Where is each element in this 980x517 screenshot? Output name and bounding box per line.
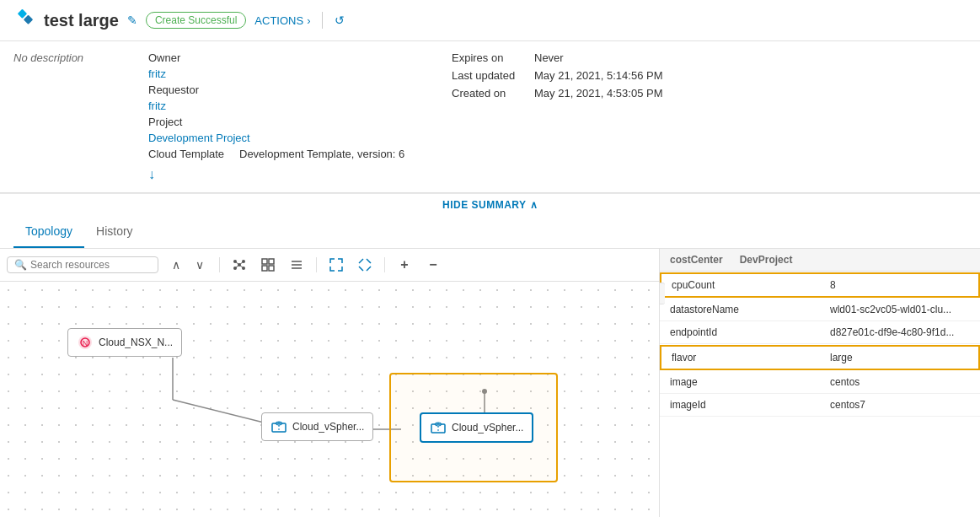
requestor-label: Requestor xyxy=(148,83,233,96)
hide-summary-button[interactable]: HIDE SUMMARY ∧ xyxy=(0,193,980,216)
rp-key: endpointId xyxy=(660,321,820,343)
rp-row: flavorlarge xyxy=(660,345,980,370)
rp-value: wld01-sc2vc05-wld01-clu... xyxy=(820,299,980,320)
rp-key: imageId xyxy=(660,394,820,416)
toolbar-separator-2 xyxy=(316,257,317,272)
nav-up-button[interactable]: ∧ xyxy=(165,254,187,276)
no-description-text: No description xyxy=(13,51,83,64)
owner-label: Owner xyxy=(148,51,233,64)
search-icon: 🔍 xyxy=(14,259,27,271)
download-button[interactable]: ↓ xyxy=(148,167,155,182)
right-panel: » costCenter DevProject cpuCount8datasto… xyxy=(660,249,980,517)
tab-bar: Topology History xyxy=(0,216,980,249)
chevron-down-icon: › xyxy=(307,14,310,27)
chevron-up-icon: ∧ xyxy=(530,199,538,211)
connector-lines xyxy=(0,282,659,514)
cloud-template-value: Development Template, version: 6 xyxy=(239,148,404,160)
owner-row: Owner xyxy=(148,51,418,64)
rp-key: cpuCount xyxy=(661,274,820,296)
nsx-node-label: Cloud_NSX_N... xyxy=(99,337,173,348)
last-updated-row: Last updated May 21, 2021, 5:14:56 PM xyxy=(452,69,662,82)
refresh-button[interactable]: ↺ xyxy=(335,13,345,27)
status-badge: Create Successful xyxy=(146,12,246,29)
node-vsphere2[interactable]: Cloud_vSpher... xyxy=(420,412,533,443)
svg-line-7 xyxy=(235,261,239,265)
owner-value-row: fritz xyxy=(148,67,418,80)
nsx-icon: N xyxy=(77,334,94,351)
nav-down-button[interactable]: ∨ xyxy=(189,254,211,276)
app-header: test large ✎ Create Successful ACTIONS ›… xyxy=(0,0,980,41)
rp-value: centos7 xyxy=(820,394,980,416)
list-view-button[interactable] xyxy=(286,254,308,276)
topology-view-button[interactable] xyxy=(228,254,250,276)
summary-right-details: Expires on Never Last updated May 21, 20… xyxy=(452,51,662,182)
vsphere2-node-label: Cloud_vSpher... xyxy=(452,422,523,434)
rp-col1-header: costCenter xyxy=(670,254,723,266)
search-box: 🔍 xyxy=(7,256,158,273)
topology-canvas: 🔍 ∧ ∨ + xyxy=(0,249,660,517)
list-icon xyxy=(290,258,303,272)
vsphere2-icon xyxy=(430,419,447,436)
summary-description: No description xyxy=(13,51,115,182)
project-value-row: Development Project xyxy=(148,132,418,144)
app-logo-icon xyxy=(13,8,37,32)
created-row: Created on May 21, 2021, 4:53:05 PM xyxy=(452,87,662,100)
cloud-template-label: Cloud Template xyxy=(148,148,233,160)
app-title: test large xyxy=(44,11,119,30)
rp-value: d827e01c-df9e-4c80-9f1d... xyxy=(820,321,980,343)
topology-toolbar: 🔍 ∧ ∨ + xyxy=(0,249,659,282)
rp-key: image xyxy=(660,371,820,393)
rp-row: imageIdcentos7 xyxy=(660,394,980,417)
zoom-out-button[interactable]: − xyxy=(422,254,444,276)
rp-row: imagecentos xyxy=(660,371,980,394)
requestor-value-row: fritz xyxy=(148,100,418,112)
nav-arrows: ∧ ∨ xyxy=(165,254,211,276)
node-nsx[interactable]: N Cloud_NSX_N... xyxy=(67,328,182,357)
rp-row: cpuCount8 xyxy=(660,272,980,298)
svg-line-8 xyxy=(239,261,244,265)
expand-panel-button[interactable]: » xyxy=(660,283,665,304)
last-updated-label: Last updated xyxy=(452,69,527,82)
svg-rect-13 xyxy=(262,266,267,271)
last-updated-value: May 21, 2021, 5:14:56 PM xyxy=(534,69,662,82)
project-value[interactable]: Development Project xyxy=(148,132,250,144)
created-value: May 21, 2021, 4:53:05 PM xyxy=(534,87,662,100)
edit-title-button[interactable]: ✎ xyxy=(127,13,137,27)
zoom-in-button[interactable]: + xyxy=(394,254,415,276)
expand-all-button[interactable] xyxy=(325,254,347,276)
requestor-row: Requestor xyxy=(148,83,418,96)
grid-icon xyxy=(261,258,275,272)
svg-line-9 xyxy=(235,265,239,268)
header-divider xyxy=(322,12,323,29)
collapse-all-button[interactable] xyxy=(354,254,376,276)
requestor-value[interactable]: fritz xyxy=(148,100,166,112)
svg-rect-0 xyxy=(18,9,27,19)
collapse-icon xyxy=(358,258,372,272)
toolbar-separator-3 xyxy=(384,257,385,272)
svg-rect-14 xyxy=(269,266,274,271)
node-vsphere1[interactable]: Cloud_vSpher... xyxy=(261,412,373,441)
project-label: Project xyxy=(148,116,233,128)
expires-label: Expires on xyxy=(452,51,527,64)
actions-button[interactable]: ACTIONS › xyxy=(254,14,310,27)
rp-row: endpointIdd827e01c-df9e-4c80-9f1d... xyxy=(660,321,980,344)
owner-value[interactable]: fritz xyxy=(148,67,166,80)
tab-topology[interactable]: Topology xyxy=(13,216,84,248)
vsphere1-icon xyxy=(270,418,287,435)
topology-icon xyxy=(233,258,246,272)
canvas-content[interactable]: N Cloud_NSX_N... xyxy=(0,282,659,514)
rp-key: datastoreName xyxy=(660,299,820,320)
rp-key: flavor xyxy=(661,347,820,369)
svg-rect-1 xyxy=(24,15,33,24)
svg-rect-12 xyxy=(269,259,274,264)
created-label: Created on xyxy=(452,87,527,100)
tab-history[interactable]: History xyxy=(84,216,145,248)
svg-line-10 xyxy=(239,265,244,268)
rp-row: datastoreNamewld01-sc2vc05-wld01-clu... xyxy=(660,299,980,321)
search-input[interactable] xyxy=(30,259,148,271)
summary-details: Owner fritz Requestor fritz Project Deve… xyxy=(148,51,418,182)
rp-value: centos xyxy=(820,371,980,393)
grid-view-button[interactable] xyxy=(257,254,279,276)
svg-text:N: N xyxy=(83,339,88,347)
rp-value: large xyxy=(820,347,978,369)
